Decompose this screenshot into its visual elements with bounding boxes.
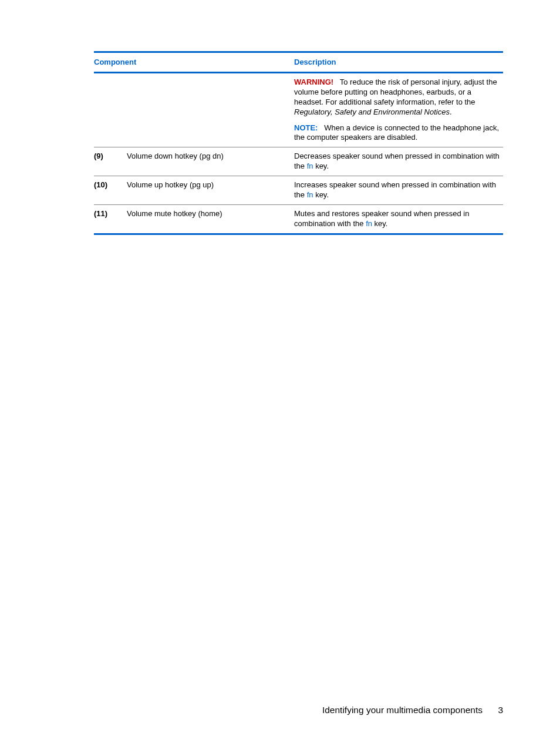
fn-key: fn: [307, 190, 313, 199]
row-component: Volume up hotkey (pg up): [127, 176, 294, 205]
note-paragraph: NOTE: When a device is connected to the …: [294, 123, 501, 143]
table-row: (11) Volume mute hotkey (home) Mutes and…: [94, 204, 503, 234]
fn-key: fn: [366, 219, 372, 228]
row-description: Increases speaker sound when pressed in …: [294, 176, 503, 205]
note-label: NOTE:: [294, 123, 318, 132]
page-footer: Identifying your multimedia components 3: [322, 705, 503, 715]
table-row: WARNING! To reduce the risk of personal …: [94, 73, 503, 147]
note-text: When a device is connected to the headph…: [294, 123, 499, 142]
warning-label: WARNING!: [294, 78, 333, 86]
warning-paragraph: WARNING! To reduce the risk of personal …: [294, 78, 501, 117]
row-num: (10): [94, 176, 127, 205]
component-table: Component Description WARNING! To reduce…: [94, 51, 503, 235]
row-num: (9): [94, 147, 127, 176]
header-description: Description: [294, 52, 503, 73]
warning-text-after: .: [450, 107, 452, 116]
table-row: (9) Volume down hotkey (pg dn) Decreases…: [94, 147, 503, 176]
table-row: (10) Volume up hotkey (pg up) Increases …: [94, 176, 503, 205]
row-component: Volume down hotkey (pg dn): [127, 147, 294, 176]
row-description: Decreases speaker sound when pressed in …: [294, 147, 503, 176]
row-component: Volume mute hotkey (home): [127, 204, 294, 234]
footer-text: Identifying your multimedia components: [322, 705, 483, 715]
row-num: (11): [94, 204, 127, 234]
header-component: Component: [94, 52, 294, 73]
fn-key: fn: [307, 162, 313, 170]
row-description: Mutes and restores speaker sound when pr…: [294, 204, 503, 234]
warning-italic: Regulatory, Safety and Environmental Not…: [294, 107, 450, 116]
page-number: 3: [498, 705, 503, 715]
